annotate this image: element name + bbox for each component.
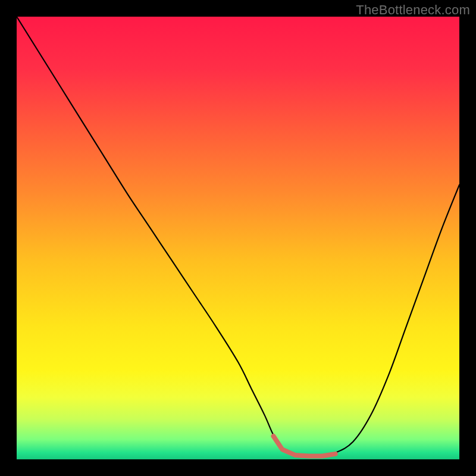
watermark-text: TheBottleneck.com: [356, 2, 470, 18]
heatmap-background: [17, 17, 459, 459]
svg-rect-0: [17, 17, 459, 459]
chart-plot-area: [17, 17, 459, 459]
